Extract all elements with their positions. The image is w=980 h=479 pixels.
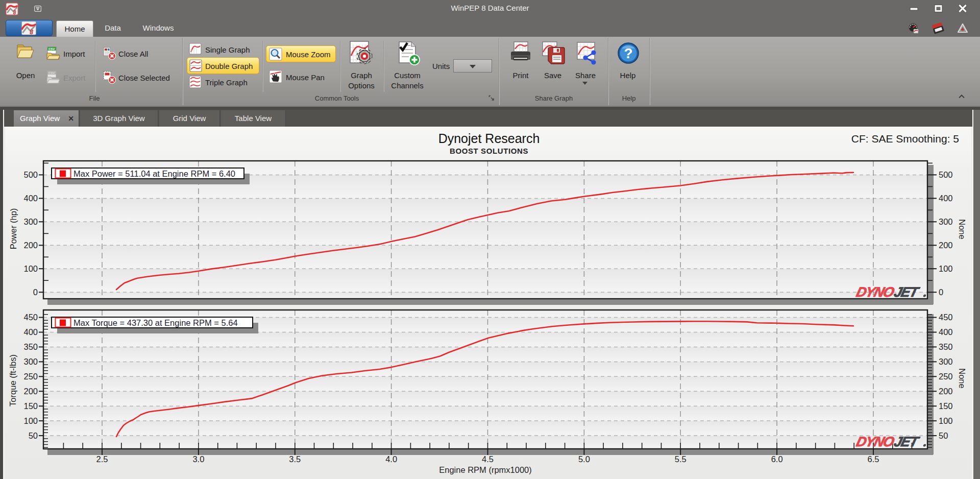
svg-text:450: 450 bbox=[23, 313, 38, 322]
svg-text:350: 350 bbox=[23, 342, 38, 351]
svg-text:3.5: 3.5 bbox=[289, 454, 301, 464]
svg-text:150: 150 bbox=[23, 401, 38, 411]
svg-text:2.5: 2.5 bbox=[96, 454, 108, 464]
svg-text:400: 400 bbox=[939, 194, 953, 203]
svg-text:None: None bbox=[958, 219, 967, 239]
svg-text:None: None bbox=[958, 368, 967, 388]
svg-text:0: 0 bbox=[939, 288, 943, 297]
svg-text:DYNO: DYNO bbox=[855, 284, 896, 300]
svg-text:6.5: 6.5 bbox=[868, 454, 879, 464]
svg-text:500: 500 bbox=[939, 170, 953, 179]
svg-text:100: 100 bbox=[23, 264, 38, 273]
svg-text:Power (hp): Power (hp) bbox=[9, 208, 18, 250]
svg-text:200: 200 bbox=[23, 241, 38, 250]
svg-text:6.0: 6.0 bbox=[771, 454, 783, 464]
svg-text:Engine RPM (rpmx1000): Engine RPM (rpmx1000) bbox=[439, 465, 532, 474]
svg-text:300: 300 bbox=[939, 217, 953, 226]
svg-text:5.5: 5.5 bbox=[675, 454, 687, 464]
svg-text:Dynojet Research: Dynojet Research bbox=[438, 131, 540, 146]
svg-text:300: 300 bbox=[23, 357, 38, 366]
svg-text:400: 400 bbox=[23, 194, 38, 203]
svg-text:200: 200 bbox=[939, 241, 953, 250]
svg-text:3.0: 3.0 bbox=[192, 454, 204, 464]
svg-text:200: 200 bbox=[23, 387, 38, 396]
svg-text:DYNO: DYNO bbox=[855, 434, 896, 449]
svg-text:4.0: 4.0 bbox=[385, 454, 397, 464]
svg-text:100: 100 bbox=[939, 264, 953, 273]
svg-text:400: 400 bbox=[23, 327, 38, 337]
svg-text:250: 250 bbox=[23, 372, 38, 381]
svg-text:500: 500 bbox=[23, 170, 38, 179]
svg-text:450: 450 bbox=[939, 313, 953, 322]
svg-text:CF: SAE Smoothing: 5: CF: SAE Smoothing: 5 bbox=[851, 133, 959, 145]
svg-text:50: 50 bbox=[29, 431, 38, 440]
svg-text:100: 100 bbox=[23, 416, 38, 425]
svg-text:100: 100 bbox=[939, 416, 953, 425]
svg-text:5.0: 5.0 bbox=[578, 454, 590, 464]
svg-text:Torque (ft-lbs): Torque (ft-lbs) bbox=[8, 354, 17, 406]
svg-text:250: 250 bbox=[939, 372, 953, 381]
svg-text:Max Power = 511.04 at Engine R: Max Power = 511.04 at Engine RPM = 6.40 bbox=[74, 169, 235, 178]
svg-text:350: 350 bbox=[939, 342, 953, 351]
svg-text:Max Torque = 437.30 at Engine: Max Torque = 437.30 at Engine RPM = 5.64 bbox=[74, 318, 238, 327]
svg-text:300: 300 bbox=[939, 357, 953, 366]
svg-text:50: 50 bbox=[939, 431, 948, 440]
svg-text:200: 200 bbox=[939, 387, 953, 396]
svg-text:300: 300 bbox=[23, 217, 38, 226]
svg-text:150: 150 bbox=[939, 401, 953, 411]
svg-text:0: 0 bbox=[33, 288, 38, 297]
svg-text:400: 400 bbox=[939, 327, 953, 337]
svg-text:4.5: 4.5 bbox=[482, 454, 494, 464]
svg-text:BOOST SOLUTIONS: BOOST SOLUTIONS bbox=[450, 147, 528, 155]
